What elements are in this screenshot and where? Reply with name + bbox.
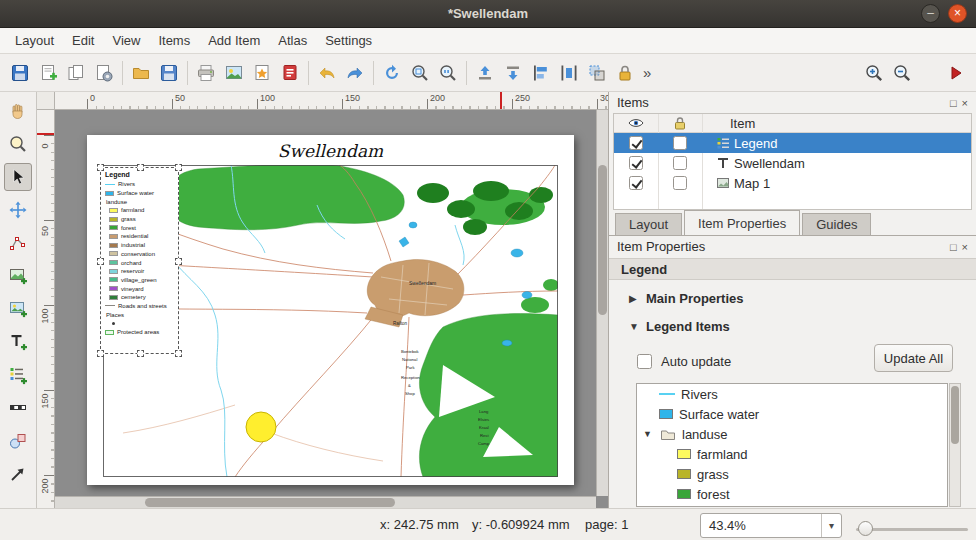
tree-row-rivers[interactable]: Rivers	[637, 384, 947, 404]
minimize-button[interactable]: –	[921, 4, 940, 23]
selection-handle[interactable]	[137, 350, 144, 357]
point-swatch	[112, 322, 115, 325]
lock-checkbox[interactable]	[673, 136, 687, 150]
legend-entry: Rivers	[101, 180, 178, 189]
tree-row-landuse[interactable]: ▼ landuse	[637, 424, 947, 444]
map-label-park: Shop	[405, 391, 415, 396]
tab-guides[interactable]: Guides	[802, 213, 871, 235]
save-template-button[interactable]	[155, 59, 183, 87]
menu-layout[interactable]: Layout	[6, 28, 63, 53]
tab-layout[interactable]: Layout	[615, 213, 682, 235]
float-panel-icon[interactable]: □	[950, 96, 957, 110]
add-picture-button[interactable]	[4, 295, 32, 323]
add-arrow-button[interactable]	[4, 460, 32, 488]
raise-items-button[interactable]	[471, 59, 499, 87]
items-row-map1[interactable]: Map 1	[614, 173, 971, 193]
map-label-camp: Elsies	[478, 417, 489, 422]
zoom-tool-button[interactable]	[4, 130, 32, 158]
chevron-down-icon[interactable]: ▼	[643, 429, 654, 439]
load-template-button[interactable]	[127, 59, 155, 87]
export-image-button[interactable]	[220, 59, 248, 87]
layout-page[interactable]: Swellendam	[87, 135, 574, 485]
canvas-vertical-scrollbar[interactable]	[596, 110, 608, 496]
pan-tool-button[interactable]	[4, 97, 32, 125]
zoom-level-combobox[interactable]: 43.4% ▾	[700, 513, 842, 538]
duplicate-layout-button[interactable]	[62, 59, 90, 87]
tree-row-forest[interactable]: forest	[637, 484, 947, 504]
tree-row-farmland[interactable]: farmland	[637, 444, 947, 464]
menu-view[interactable]: View	[103, 28, 149, 53]
zoom-out-button[interactable]	[888, 59, 916, 87]
visibility-checkbox[interactable]	[629, 176, 643, 190]
distribute-items-button[interactable]	[555, 59, 583, 87]
chevron-down-icon[interactable]: ▾	[821, 514, 841, 537]
selection-handle[interactable]	[137, 164, 144, 171]
zoom-in-button[interactable]	[860, 59, 888, 87]
dock-tabbar: Layout Item Properties Guides	[609, 210, 976, 236]
visibility-checkbox[interactable]	[629, 136, 643, 150]
auto-update-checkbox[interactable]	[637, 354, 652, 369]
select-move-item-button[interactable]	[4, 163, 32, 191]
layout-manager-button[interactable]	[90, 59, 118, 87]
menu-atlas[interactable]: Atlas	[269, 28, 316, 53]
lock-checkbox[interactable]	[673, 176, 687, 190]
refresh-view-button[interactable]	[378, 59, 406, 87]
legend-items-tree: Rivers Surface water ▼ landuse farmland	[636, 383, 948, 507]
edit-nodes-item-button[interactable]	[4, 229, 32, 257]
selection-handle[interactable]	[175, 350, 182, 357]
add-legend-button[interactable]	[4, 361, 32, 389]
tree-row-surface-water[interactable]: Surface water	[637, 404, 947, 424]
close-panel-icon[interactable]: ×	[962, 96, 968, 110]
close-button[interactable]: ×	[948, 4, 967, 23]
selected-item-type: Legend	[621, 262, 667, 277]
menu-settings[interactable]: Settings	[316, 28, 381, 53]
selection-handle[interactable]	[175, 258, 182, 265]
float-panel-icon[interactable]: □	[950, 240, 957, 254]
tree-row-grass[interactable]: grass	[637, 464, 947, 484]
tab-item-properties[interactable]: Item Properties	[684, 210, 800, 235]
undo-button[interactable]	[313, 59, 341, 87]
print-button[interactable]	[192, 59, 220, 87]
lock-checkbox[interactable]	[673, 156, 687, 170]
group-items-button[interactable]	[583, 59, 611, 87]
visibility-checkbox[interactable]	[629, 156, 643, 170]
zoom-slider-handle[interactable]	[858, 521, 873, 536]
redo-button[interactable]	[341, 59, 369, 87]
items-row-swellendam[interactable]: Swellendam	[614, 153, 971, 173]
legend-items-group[interactable]: ▼ Legend Items	[629, 316, 730, 336]
export-svg-button[interactable]	[248, 59, 276, 87]
update-all-button[interactable]: Update All	[874, 344, 953, 372]
map-title-label-item[interactable]: Swellendam	[87, 141, 574, 161]
canvas-horizontal-scrollbar[interactable]	[55, 496, 596, 508]
horizontal-ruler: 0 50 100 150 200 250 300	[55, 92, 608, 110]
close-panel-icon[interactable]: ×	[962, 240, 968, 254]
add-label-button[interactable]	[4, 328, 32, 356]
main-properties-group[interactable]: ▶ Main Properties	[629, 288, 744, 308]
legend-item-selected[interactable]: Legend Rivers Surface water landuse farm…	[100, 167, 179, 354]
add-scalebar-button[interactable]	[4, 394, 32, 422]
lower-items-button[interactable]	[499, 59, 527, 87]
add-shape-button[interactable]	[4, 427, 32, 455]
menu-edit[interactable]: Edit	[63, 28, 103, 53]
selection-handle[interactable]	[97, 164, 104, 171]
toolbar-overflow-chevron[interactable]: »	[639, 64, 655, 81]
items-row-legend[interactable]: Legend	[614, 133, 971, 153]
export-pdf-button[interactable]	[276, 59, 304, 87]
zoom-full-button[interactable]	[406, 59, 434, 87]
menu-items[interactable]: Items	[149, 28, 199, 53]
atlas-next-button[interactable]	[942, 59, 970, 87]
lock-items-button[interactable]	[611, 59, 639, 87]
zoom-actual-button[interactable]	[434, 59, 462, 87]
add-map-button[interactable]	[4, 262, 32, 290]
new-layout-button[interactable]	[34, 59, 62, 87]
selection-handle[interactable]	[175, 164, 182, 171]
menu-add-item[interactable]: Add Item	[199, 28, 269, 53]
align-items-button[interactable]	[527, 59, 555, 87]
selection-handle[interactable]	[97, 350, 104, 357]
move-item-content-button[interactable]	[4, 196, 32, 224]
layout-canvas[interactable]: 0 50 100 150 200 250 300 0 50 100 150 20…	[37, 92, 608, 508]
save-project-button[interactable]	[6, 59, 34, 87]
ruler-label: 50	[175, 93, 185, 103]
selection-handle[interactable]	[97, 258, 104, 265]
tree-scrollbar[interactable]	[949, 383, 961, 507]
